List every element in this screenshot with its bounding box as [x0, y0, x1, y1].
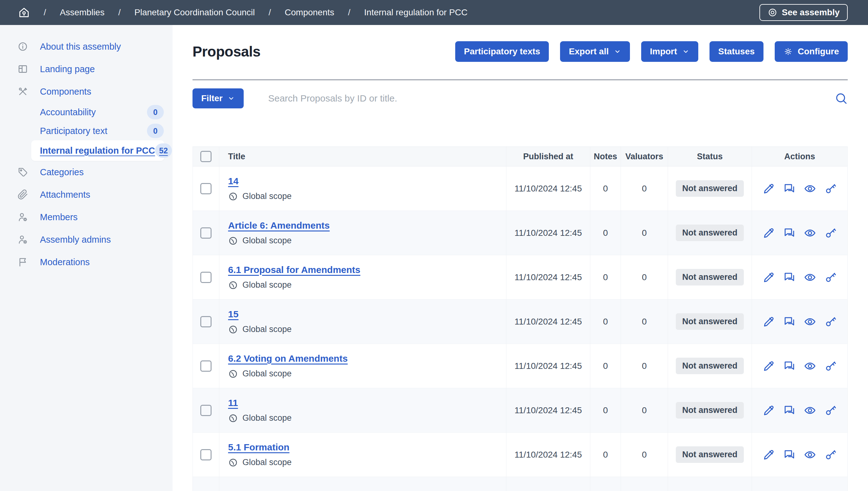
table-row: Article 6: Amendments Global scope 11/10… [193, 211, 847, 255]
row-checkbox[interactable] [200, 449, 212, 460]
published-at-value: 11/10/2024 12:45 [506, 255, 590, 299]
sidebar-item-internal-regulation-for-pcc[interactable]: Internal regulation for PCC 52 [31, 140, 164, 161]
row-checkbox[interactable] [200, 360, 212, 372]
proposal-title-link[interactable]: 6.1 Proposal for Amendments [228, 264, 360, 275]
sidebar-item-components[interactable]: Components [0, 80, 173, 103]
scope-icon [228, 236, 238, 246]
published-at-value: 11/10/2024 12:45 [506, 299, 590, 344]
scope-icon [228, 369, 238, 379]
breadcrumb-separator: / [44, 7, 46, 18]
notes-count: 0 [590, 388, 621, 432]
import-button[interactable]: Import [641, 41, 698, 62]
sidebar-item-categories[interactable]: Categories [0, 161, 173, 183]
answer-icon[interactable] [783, 315, 796, 328]
permissions-icon[interactable] [824, 315, 837, 328]
breadcrumb-assemblies[interactable]: Assemblies [60, 7, 104, 18]
permissions-icon[interactable] [824, 360, 837, 372]
sidebar-item-label: Accountability [40, 107, 147, 117]
page-title: Proposals [192, 43, 260, 60]
published-at-value [506, 477, 590, 491]
sidebar-item-accountability[interactable]: Accountability 0 [0, 103, 173, 121]
status-badge: Not answered [676, 225, 744, 241]
answer-icon[interactable] [783, 404, 796, 417]
breadcrumb-planetary-coordination-council[interactable]: Planetary Coordination Council [134, 7, 255, 18]
preview-icon[interactable] [804, 404, 816, 417]
sidebar-item-attachments[interactable]: Attachments [0, 183, 173, 206]
preview-icon[interactable] [804, 182, 816, 195]
sidebar-item-assembly-admins[interactable]: Assembly admins [0, 228, 173, 251]
valuators-count: 0 [621, 344, 668, 388]
edit-icon[interactable] [763, 404, 775, 417]
statuses-button[interactable]: Statuses [710, 41, 764, 62]
home-icon[interactable] [18, 6, 30, 19]
permissions-icon[interactable] [824, 449, 837, 461]
toolbar-button-label: Statuses [718, 47, 755, 57]
permissions-icon[interactable] [824, 271, 837, 284]
search-input[interactable] [244, 93, 829, 104]
proposal-title-link[interactable]: 14 [228, 176, 238, 186]
notes-count: 0 [590, 211, 621, 255]
permissions-icon[interactable] [824, 404, 837, 417]
preview-icon[interactable] [804, 271, 816, 284]
proposal-scope: Global scope [228, 413, 292, 423]
row-checkbox[interactable] [200, 227, 212, 239]
proposal-title-link[interactable]: 11 [228, 398, 238, 408]
sidebar-item-members[interactable]: Members [0, 206, 173, 228]
status-badge: Not answered [676, 269, 744, 286]
answer-icon[interactable] [783, 271, 796, 284]
table-header: TitlePublished atNotesValuatorsStatusAct… [193, 146, 847, 167]
published-at-value: 11/10/2024 12:45 [506, 344, 590, 388]
preview-icon[interactable] [804, 449, 816, 461]
tools-icon [18, 86, 28, 97]
select-all-checkbox[interactable] [200, 151, 212, 162]
proposal-title-link[interactable]: 5.1 Formation [228, 442, 289, 453]
column-header-title: Title [219, 147, 506, 166]
filter-button[interactable]: Filter [192, 88, 244, 108]
status-badge: Not answered [676, 358, 744, 374]
edit-icon[interactable] [763, 271, 775, 284]
sidebar-item-moderations[interactable]: Moderations [0, 251, 173, 273]
breadcrumb-components[interactable]: Components [285, 7, 335, 18]
participatory-texts-button[interactable]: Participatory texts [455, 41, 549, 62]
sidebar-item-label: Categories [40, 167, 164, 177]
proposal-title-link[interactable]: Article 6: Amendments [228, 220, 330, 231]
published-at-value: 11/10/2024 12:45 [506, 388, 590, 432]
row-checkbox[interactable] [200, 183, 212, 194]
table-row: 6.2 Voting on Amendments Global scope 11… [193, 344, 847, 388]
see-assembly-button[interactable]: See assembly [760, 4, 848, 21]
chevron-down-icon [682, 48, 689, 55]
permissions-icon[interactable] [824, 227, 837, 239]
answer-icon[interactable] [783, 449, 796, 461]
proposal-title-link[interactable]: 15 [228, 309, 238, 320]
row-checkbox[interactable] [200, 405, 212, 416]
edit-icon[interactable] [763, 360, 775, 372]
permissions-icon[interactable] [824, 182, 837, 195]
preview-icon[interactable] [804, 227, 816, 239]
preview-icon[interactable] [804, 360, 816, 372]
proposals-table: TitlePublished atNotesValuatorsStatusAct… [192, 146, 848, 491]
edit-icon[interactable] [763, 227, 775, 239]
sidebar-item-about-this-assembly[interactable]: About this assembly [0, 35, 173, 58]
edit-icon[interactable] [763, 449, 775, 461]
sidebar-item-landing-page[interactable]: Landing page [0, 58, 173, 80]
configure-button[interactable]: Configure [775, 41, 848, 62]
filter-button-label: Filter [201, 93, 222, 104]
scope-icon [228, 280, 238, 290]
scope-label: Global scope [242, 369, 292, 379]
answer-icon[interactable] [783, 360, 796, 372]
edit-icon[interactable] [763, 315, 775, 328]
breadcrumb-separator: / [269, 7, 271, 18]
preview-icon[interactable] [804, 315, 816, 328]
search-icon[interactable] [835, 92, 848, 105]
row-checkbox[interactable] [200, 316, 212, 327]
export-all-button[interactable]: Export all [560, 41, 630, 62]
answer-icon[interactable] [783, 227, 796, 239]
answer-icon[interactable] [783, 182, 796, 195]
row-checkbox[interactable] [200, 272, 212, 283]
edit-icon[interactable] [763, 182, 775, 195]
sidebar-item-label: Internal regulation for PCC [40, 146, 155, 156]
proposal-title-link[interactable]: 6.2 Voting on Amendments [228, 353, 348, 364]
sidebar-item-participatory-text[interactable]: Participatory text 0 [0, 121, 173, 140]
sidebar-item-label: About this assembly [40, 41, 164, 52]
paperclip-icon [18, 189, 28, 200]
